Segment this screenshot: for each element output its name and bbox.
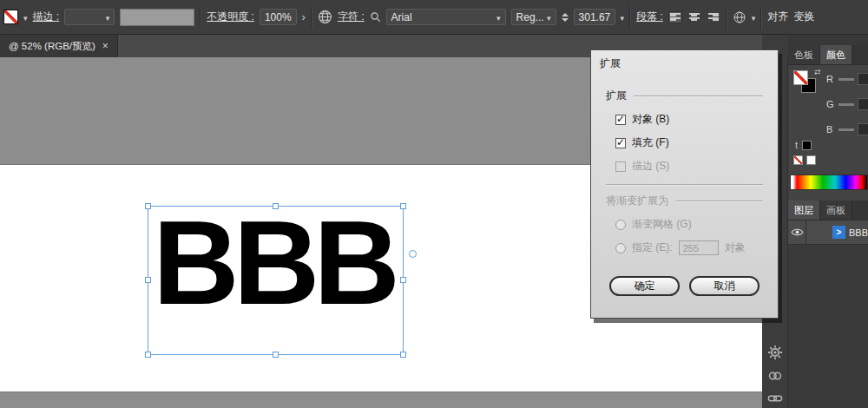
layer-target-chip[interactable]: >: [832, 226, 845, 239]
checkbox-stroke: [615, 161, 626, 172]
close-tab-icon[interactable]: ×: [102, 40, 108, 52]
checkbox-fill[interactable]: [615, 138, 626, 148]
option-fill[interactable]: 填充 (F): [606, 135, 763, 150]
align-panel-button[interactable]: 对齐: [767, 10, 788, 24]
selection-handle[interactable]: [273, 352, 279, 358]
white-swatch[interactable]: [806, 155, 816, 165]
chevron-down-icon: [547, 11, 551, 23]
radio-specify: [615, 243, 626, 253]
radio-gradient-mesh: [615, 220, 626, 230]
color-panel: ⇄ R G B: [788, 65, 868, 201]
fill-none-proxy-swatch[interactable]: [793, 70, 808, 85]
fill-stroke-proxy[interactable]: ⇄: [793, 70, 823, 100]
type-color-row: t: [795, 140, 812, 150]
separator: [311, 6, 312, 29]
align-left-icon[interactable]: [668, 11, 682, 23]
visibility-cell[interactable]: [788, 220, 806, 244]
separator: [726, 6, 727, 29]
selection-handle[interactable]: [273, 203, 279, 209]
channel-g-label: G: [826, 99, 835, 109]
channel-b-field[interactable]: [858, 123, 868, 135]
globe-icon[interactable]: [318, 10, 332, 24]
specify-value-field: 255: [679, 240, 719, 255]
stroke-label[interactable]: 描边 :: [33, 10, 60, 24]
search-font-icon: [370, 11, 381, 23]
font-style-value: Reg...: [516, 11, 544, 23]
chevron-down-icon[interactable]: [23, 11, 28, 23]
link-chain-icon[interactable]: [767, 391, 783, 406]
option-object[interactable]: 对象 (B): [606, 112, 763, 127]
fill-none-swatch-icon[interactable]: [3, 10, 18, 24]
channel-g-slider[interactable]: [838, 103, 854, 106]
width-profile-preview[interactable]: [120, 9, 194, 26]
option-stroke: 描边 (S): [606, 159, 763, 174]
channel-row-r: R: [826, 72, 868, 86]
selection-handle[interactable]: [145, 203, 151, 209]
opacity-dropdown-arrow-icon[interactable]: [302, 10, 306, 23]
chevron-down-icon: [106, 11, 110, 23]
tab-layers[interactable]: 图层: [788, 201, 820, 220]
opacity-value-field[interactable]: 100%: [260, 9, 297, 25]
cancel-button[interactable]: 取消: [689, 276, 760, 296]
font-size-field[interactable]: 301.67: [574, 9, 615, 25]
separator: [629, 6, 631, 29]
selection-handle[interactable]: [400, 203, 406, 209]
channel-b-slider[interactable]: [838, 128, 854, 131]
selection-handle[interactable]: [400, 352, 406, 358]
tab-swatches[interactable]: 色板: [788, 45, 820, 64]
font-family-dropdown[interactable]: Arial: [386, 9, 506, 25]
tab-color[interactable]: 颜色: [820, 45, 852, 64]
opacity-label[interactable]: 不透明度 :: [207, 10, 254, 24]
font-style-dropdown[interactable]: Reg...: [511, 9, 556, 25]
panel-column: 色板 颜色 ⇄ R G: [788, 35, 868, 408]
channel-g-field[interactable]: [858, 98, 868, 110]
control-bar: 描边 : 不透明度 : 100% 字符 : Arial Reg... 301.6…: [0, 0, 868, 35]
chevron-down-icon[interactable]: [621, 11, 625, 23]
character-label[interactable]: 字符 :: [338, 10, 365, 24]
symbols-rings-icon[interactable]: [767, 368, 783, 384]
document-tab[interactable]: @ 52% (RGB/预览) ×: [0, 35, 118, 57]
channel-r-field[interactable]: [858, 73, 868, 85]
eye-icon[interactable]: [791, 227, 804, 237]
layer-row[interactable]: > BBB: [788, 220, 868, 245]
selection-handle[interactable]: [400, 277, 406, 283]
quick-swatches: [793, 155, 816, 165]
color-spectrum-bar[interactable]: [790, 174, 868, 190]
paragraph-label[interactable]: 段落 :: [636, 10, 663, 24]
globe-small-icon[interactable]: [733, 10, 746, 24]
layer-name[interactable]: BBB: [849, 227, 868, 238]
panel-header-strip: [788, 35, 868, 45]
channel-r-label: R: [826, 74, 835, 84]
dialog-buttons: 确定 取消: [606, 276, 763, 296]
option-specify: 指定 (E): 255 对象: [606, 240, 763, 255]
none-swatch[interactable]: [793, 155, 803, 165]
stroke-weight-dropdown[interactable]: [64, 9, 115, 25]
separator: [606, 184, 763, 185]
black-swatch[interactable]: [802, 141, 812, 150]
text-outport-icon[interactable]: [409, 250, 417, 258]
dialog-body: 扩展 对象 (B) 填充 (F) 描边 (S) 将渐变扩展为: [591, 75, 778, 296]
ok-button[interactable]: 确定: [609, 276, 680, 296]
checkbox-object[interactable]: [615, 115, 626, 125]
radio-gradient-mesh-label: 渐变网格 (G): [632, 217, 692, 232]
gradient-section-label: 将渐变扩展为: [606, 194, 668, 208]
tab-artboards[interactable]: 画板: [820, 201, 852, 220]
radio-specify-label: 指定 (E):: [632, 240, 673, 255]
chevron-down-icon[interactable]: [752, 11, 756, 23]
swap-fill-stroke-icon[interactable]: ⇄: [814, 68, 821, 76]
rgb-channels: R G B: [826, 72, 868, 148]
channel-r-slider[interactable]: [838, 78, 854, 81]
gear-icon[interactable]: [767, 345, 783, 360]
selection-handle[interactable]: [145, 277, 151, 283]
gradient-section-header: 将渐变扩展为: [606, 194, 763, 208]
color-panel-tabs: 色板 颜色: [788, 45, 868, 65]
dialog-title[interactable]: 扩展: [591, 50, 778, 75]
selection-bounding-box[interactable]: [148, 206, 404, 355]
specify-suffix-label: 对象: [725, 240, 746, 255]
align-right-icon[interactable]: [707, 11, 720, 23]
font-size-stepper[interactable]: [562, 13, 569, 22]
align-center-icon[interactable]: [687, 11, 701, 23]
type-indicator-label: t: [795, 140, 798, 150]
transform-panel-button[interactable]: 变换: [793, 10, 814, 24]
selection-handle[interactable]: [145, 352, 151, 358]
